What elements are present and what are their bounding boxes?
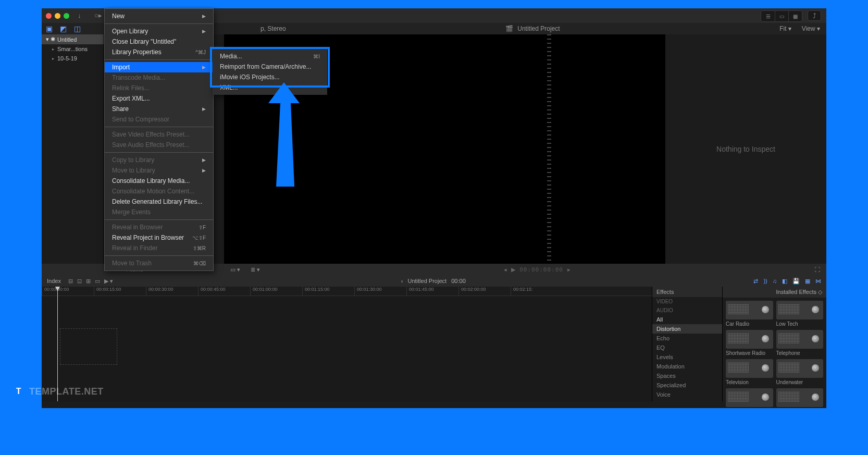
effect-shortwave-radio[interactable]: Shortwave Radio [726,330,773,356]
menu-copy-library: Copy to Library▶ [105,155,213,165]
submenu-xml[interactable]: XML... [213,82,327,93]
category-all[interactable]: All [652,315,722,324]
trim-tool-icon[interactable]: ⊟ [68,278,73,285]
keyword-icon[interactable]: ○▸ [94,11,103,20]
fullscreen-icon[interactable]: ⛶ [814,266,820,273]
view-dropdown[interactable]: View ▾ [802,25,820,32]
import-submenu: Media...⌘I Reimport from Camera/Archive.… [213,49,327,95]
effects-browser-icon[interactable]: ▦ [805,278,810,285]
effect-car-radio[interactable]: Car Radio [726,301,773,327]
effect-low-tech[interactable]: Low Tech [776,301,824,327]
menu-consolidate[interactable]: Consolidate Library Media... [105,176,213,186]
category-eq[interactable]: EQ [652,343,722,352]
view-segment[interactable]: ☰▭▦ [761,10,802,22]
timeline[interactable]: 00:00:00:00 00:00:15:00 00:00:30:00 00:0… [42,287,652,401]
effect-telephone[interactable]: Telephone [776,330,824,356]
position-tool-icon[interactable]: ⊞ [86,278,91,285]
timeline-project: Untitled Project [407,278,447,284]
music-tab-icon[interactable]: ◩ [60,24,67,33]
submenu-media[interactable]: Media...⌘I [213,51,327,62]
watermark: T TEMPLATE.NET [11,384,104,399]
submenu-imovie[interactable]: iMovie iOS Projects... [213,72,327,82]
menu-close-library[interactable]: Close Library "Untitled" [105,36,213,47]
category-echo[interactable]: Echo [652,334,722,343]
filter-icon[interactable]: ≣ ▾ [251,266,260,273]
category-levels[interactable]: Levels [652,352,722,362]
menu-reveal-browser: Reveal in Browser⇧F [105,222,213,232]
blade-tool-icon[interactable]: ⊡ [77,278,82,285]
menu-merge-events: Merge Events [105,207,213,217]
menu-send-compressor: Send to Compressor [105,114,213,125]
next-button[interactable]: ▸ [567,266,571,273]
transitions-icon[interactable]: ⋈ [815,278,821,285]
prev-button[interactable]: ◂ [504,266,507,273]
jagged-divider [547,34,551,264]
clapper-icon: 🎬 [505,25,513,32]
menu-share[interactable]: Share▶ [105,104,213,114]
watermark-logo: T [11,384,26,399]
effect-underwater[interactable]: Underwater [776,359,824,385]
category-spaces[interactable]: Spaces [652,371,722,380]
watermark-text: TEMPLATE.NET [29,386,104,397]
timeline-nav-left[interactable]: ‹ [401,278,403,284]
library-item-smart[interactable]: Smar...tions [42,44,104,54]
empty-clip-placeholder [60,328,117,365]
effect-extra-2[interactable] [776,388,824,409]
menu-delete-generated[interactable]: Delete Generated Library Files... [105,196,213,207]
audio-skim-icon[interactable]: ♫ [773,278,777,284]
stereo-label: p, Stereo [261,25,286,32]
menu-reveal-project[interactable]: Reveal Project in Browser⌥⇧F [105,232,213,243]
share-button[interactable]: ⤴ [808,10,821,21]
range-tool-icon[interactable]: ▭ [95,278,100,285]
close-window-button[interactable] [46,13,52,19]
menu-save-audio-preset: Save Audio Effects Preset... [105,140,213,150]
submenu-reimport: Reimport from Camera/Archive... [213,62,327,72]
bottom-area: 00:00:00:00 00:00:15:00 00:00:30:00 00:0… [42,287,826,401]
category-specialized[interactable]: Specialized [652,380,722,390]
menu-reveal-finder: Reveal in Finder⇧⌘R [105,243,213,253]
clip-view-icon[interactable]: ▭ ▾ [230,266,240,273]
library-sidebar: ▾ ✱ Untitled Smar...tions 10-5-19 [42,34,104,264]
photos-tab-icon[interactable]: ▣ [46,24,53,33]
select-tool-icon[interactable]: ▶ ▾ [104,278,113,285]
solo-icon[interactable]: ◧ [782,278,787,285]
skimming-icon[interactable]: )) [763,278,767,284]
inspector-panel: Nothing to Inspect [665,34,826,264]
menu-save-video-preset: Save Video Effects Preset... [105,129,213,140]
minimize-window-button[interactable] [55,13,60,19]
menu-export-xml[interactable]: Export XML... [105,93,213,104]
save-icon[interactable]: 💾 [792,278,800,285]
menu-move-library: Move to Library▶ [105,165,213,176]
timeline-header: Index ⊟ ⊡ ⊞ ▭ ▶ ▾ ‹ Untitled Project 00:… [42,275,826,287]
snap-icon[interactable]: ⇄ [753,278,758,285]
menu-transcode: Transcode Media... [105,72,213,83]
effects-categories: Effects VIDEO AUDIO All Distortion Echo … [652,287,722,401]
video-category-label: VIDEO [652,297,722,306]
library-header[interactable]: ▾ ✱ Untitled [42,34,104,44]
timeline-time: 00:00 [451,278,466,284]
effects-grid-panel: Installed Effects ◇ Car Radio Low Tech S… [722,287,826,401]
maximize-window-button[interactable] [64,13,69,19]
audio-category-label: AUDIO [652,306,722,315]
menu-library-properties[interactable]: Library Properties^⌘J [105,47,213,57]
timeline-ruler[interactable]: 00:00:00:00 00:00:15:00 00:00:30:00 00:0… [42,287,652,296]
file-menu: New▶ Open Library▶ Close Library "Untitl… [104,8,214,271]
effects-header: Effects [652,287,722,297]
menu-new[interactable]: New▶ [105,11,213,21]
category-modulation[interactable]: Modulation [652,362,722,371]
titles-tab-icon[interactable]: ◫ [74,24,81,33]
index-button[interactable]: Index [47,278,61,284]
effect-television[interactable]: Television [726,359,773,385]
timeline-tools: ⊟ ⊡ ⊞ ▭ ▶ ▾ [68,278,113,285]
menu-import[interactable]: Import▶ [105,62,213,72]
menu-open-library[interactable]: Open Library▶ [105,26,213,36]
import-icon[interactable]: ↓ [78,11,86,20]
effect-extra-1[interactable] [726,388,773,409]
category-voice[interactable]: Voice [652,390,722,399]
category-distortion[interactable]: Distortion [652,324,722,334]
play-button[interactable]: ▶ [511,266,515,273]
installed-effects-header[interactable]: Installed Effects ◇ [723,287,826,298]
viewer-project-title: Untitled Project [517,25,560,32]
fit-dropdown[interactable]: Fit ▾ [779,25,791,32]
library-item-date[interactable]: 10-5-19 [42,54,104,63]
